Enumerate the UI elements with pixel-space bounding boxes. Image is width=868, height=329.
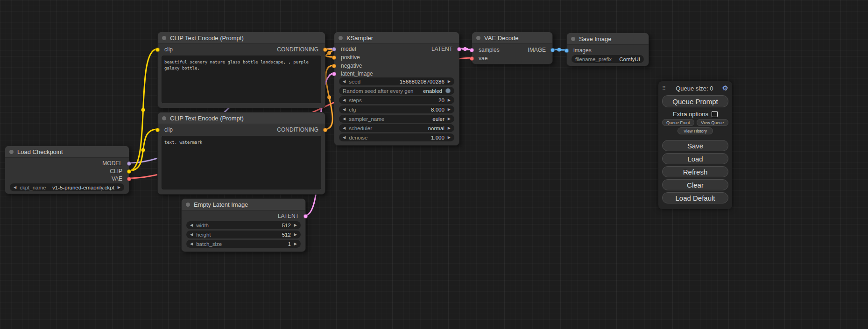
- slot-dot-latent[interactable]: [332, 72, 336, 76]
- clear-button[interactable]: Clear: [662, 179, 728, 190]
- node-title-bar[interactable]: Empty Latent Image: [182, 199, 305, 210]
- settings-gear-icon[interactable]: ⚙: [722, 84, 728, 92]
- clip-to-positive-link-midpoint-dot[interactable]: [141, 108, 145, 112]
- slot-dot-vae[interactable]: [470, 56, 474, 61]
- view-queue-button[interactable]: View Queue: [697, 119, 729, 126]
- output-slot-latent[interactable]: LATENT: [278, 212, 299, 220]
- slot-dot-conditioning[interactable]: [332, 64, 336, 68]
- output-slot-conditioning[interactable]: CONDITIONING: [277, 46, 318, 53]
- node-title-bar[interactable]: Load Checkpoint: [5, 146, 129, 158]
- node-collapse-dot[interactable]: [476, 36, 480, 40]
- node-clip-text-encode-negative[interactable]: CLIP Text Encode (Prompt) clip CONDITION…: [157, 112, 325, 195]
- input-slot-positive[interactable]: positive: [341, 54, 360, 61]
- input-slot-clip[interactable]: clip: [164, 46, 173, 53]
- widget-denoise[interactable]: ◀ denoise 1.000 ▶: [339, 133, 454, 141]
- load-default-button[interactable]: Load Default: [662, 192, 728, 203]
- node-empty-latent-image[interactable]: Empty Latent Image LATENT ◀ width 512 ▶ …: [181, 198, 306, 252]
- clip-to-negative-link-midpoint-dot[interactable]: [141, 148, 145, 152]
- slot-dot-clip[interactable]: [155, 128, 160, 132]
- increment-arrow-icon[interactable]: ▶: [448, 98, 451, 102]
- widget-steps[interactable]: ◀ steps 20 ▶: [339, 96, 454, 104]
- decrement-arrow-icon[interactable]: ◀: [343, 136, 346, 140]
- widget-height[interactable]: ◀ height 512 ▶: [186, 231, 301, 238]
- slot-dot-latent[interactable]: [457, 47, 461, 51]
- decrement-arrow-icon[interactable]: ◀: [190, 242, 193, 246]
- node-collapse-dot[interactable]: [339, 36, 343, 40]
- node-title-bar[interactable]: VAE Decode: [472, 32, 552, 44]
- drag-handle-icon[interactable]: ⠿: [662, 85, 666, 91]
- node-canvas[interactable]: Load Checkpoint MODEL CLIP VAE ◀ ckpt_na…: [0, 0, 868, 329]
- load-button[interactable]: Load: [662, 153, 728, 164]
- slot-dot-image[interactable]: [565, 49, 569, 53]
- node-title-bar[interactable]: Save Image: [567, 33, 649, 45]
- node-ksampler[interactable]: KSampler model positive negative latent_…: [334, 32, 459, 146]
- widget-batch-size[interactable]: ◀ batch_size 1 ▶: [186, 240, 301, 248]
- decrement-arrow-icon[interactable]: ◀: [343, 98, 346, 102]
- positive-prompt-textarea[interactable]: beautiful scenery nature glass bottle la…: [162, 56, 321, 103]
- widget-cfg[interactable]: ◀ cfg 8.000 ▶: [339, 105, 454, 113]
- node-clip-text-encode-positive[interactable]: CLIP Text Encode (Prompt) clip CONDITION…: [157, 32, 325, 108]
- node-collapse-dot[interactable]: [186, 203, 190, 207]
- output-slot-latent[interactable]: LATENT: [431, 45, 452, 53]
- slot-dot-image[interactable]: [550, 48, 555, 52]
- positive-conditioning-link-midpoint-dot[interactable]: [327, 51, 331, 55]
- image-link-midpoint-dot[interactable]: [557, 48, 561, 52]
- input-slot-samples[interactable]: samples: [479, 46, 500, 54]
- latent-to-samples-link-midpoint-dot[interactable]: [463, 47, 467, 51]
- node-title-bar[interactable]: CLIP Text Encode (Prompt): [158, 32, 325, 44]
- input-slot-vae[interactable]: vae: [479, 55, 487, 62]
- queue-prompt-button[interactable]: Queue Prompt: [662, 95, 728, 107]
- increment-arrow-icon[interactable]: ▶: [118, 186, 120, 189]
- input-slot-clip[interactable]: clip: [164, 126, 173, 133]
- widget-width[interactable]: ◀ width 512 ▶: [186, 221, 301, 229]
- view-history-button[interactable]: View History: [677, 127, 713, 134]
- output-slot-clip[interactable]: CLIP: [110, 168, 122, 175]
- node-title-bar[interactable]: CLIP Text Encode (Prompt): [158, 112, 325, 124]
- increment-arrow-icon[interactable]: ▶: [448, 136, 451, 140]
- toggle-knob[interactable]: [445, 88, 451, 93]
- widget-filename-prefix[interactable]: filename_prefix ComfyUI: [572, 55, 644, 63]
- increment-arrow-icon[interactable]: ▶: [448, 117, 451, 121]
- widget-scheduler[interactable]: ◀ scheduler normal ▶: [339, 124, 454, 132]
- widget-seed[interactable]: ◀ seed 156680208700286 ▶: [339, 77, 454, 85]
- output-slot-conditioning[interactable]: CONDITIONING: [277, 126, 318, 133]
- slot-dot-clip[interactable]: [155, 48, 160, 52]
- input-slot-latent-image[interactable]: latent_image: [341, 70, 373, 77]
- increment-arrow-icon[interactable]: ▶: [294, 224, 297, 227]
- increment-arrow-icon[interactable]: ▶: [448, 126, 451, 130]
- widget-random-seed-toggle[interactable]: Random seed after every gen enabled: [339, 87, 454, 95]
- slot-dot-latent[interactable]: [470, 48, 474, 52]
- slot-dot-clip[interactable]: [127, 169, 131, 174]
- input-slot-model[interactable]: model: [341, 45, 356, 53]
- slot-dot-conditioning[interactable]: [323, 128, 327, 132]
- output-slot-image[interactable]: IMAGE: [528, 46, 546, 54]
- decrement-arrow-icon[interactable]: ◀: [343, 117, 346, 121]
- decrement-arrow-icon[interactable]: ◀: [190, 233, 193, 237]
- increment-arrow-icon[interactable]: ▶: [448, 108, 451, 112]
- decrement-arrow-icon[interactable]: ◀: [14, 186, 16, 189]
- decrement-arrow-icon[interactable]: ◀: [343, 80, 346, 84]
- node-collapse-dot[interactable]: [9, 150, 14, 154]
- output-slot-model[interactable]: MODEL: [102, 160, 122, 167]
- node-collapse-dot[interactable]: [162, 116, 166, 120]
- input-slot-negative[interactable]: negative: [341, 62, 362, 70]
- widget-sampler-name[interactable]: ◀ sampler_name euler ▶: [339, 115, 454, 123]
- slot-dot-model[interactable]: [332, 47, 336, 51]
- output-slot-vae[interactable]: VAE: [112, 175, 122, 182]
- input-slot-images[interactable]: images: [573, 47, 592, 54]
- node-collapse-dot[interactable]: [162, 36, 166, 40]
- decrement-arrow-icon[interactable]: ◀: [343, 108, 346, 112]
- node-title-bar[interactable]: KSampler: [334, 32, 459, 44]
- slot-dot-vae[interactable]: [127, 177, 131, 181]
- increment-arrow-icon[interactable]: ▶: [294, 233, 297, 237]
- negative-prompt-textarea[interactable]: text, watermark: [162, 136, 321, 189]
- negative-conditioning-link-midpoint-dot[interactable]: [327, 96, 331, 99]
- decrement-arrow-icon[interactable]: ◀: [190, 224, 193, 227]
- increment-arrow-icon[interactable]: ▶: [448, 80, 451, 84]
- node-collapse-dot[interactable]: [571, 37, 575, 41]
- slot-dot-conditioning[interactable]: [323, 48, 327, 52]
- decrement-arrow-icon[interactable]: ◀: [343, 126, 346, 130]
- node-save-image[interactable]: Save Image images filename_prefix ComfyU…: [566, 33, 649, 66]
- slot-dot-model[interactable]: [127, 161, 131, 166]
- save-button[interactable]: Save: [662, 140, 728, 151]
